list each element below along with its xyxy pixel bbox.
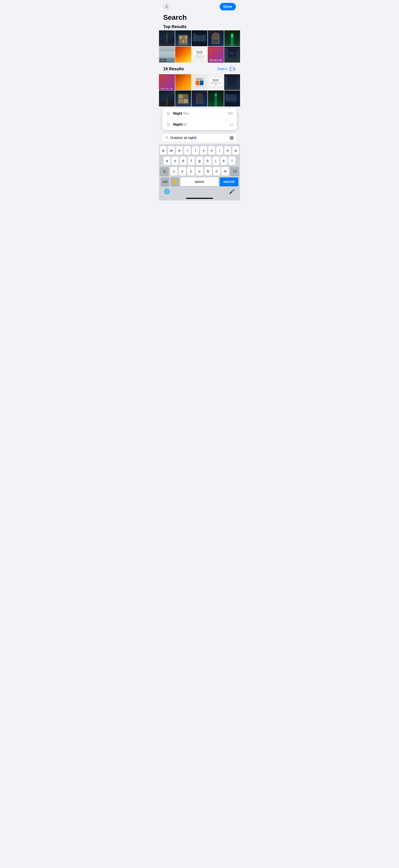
back-button[interactable] [163, 3, 170, 10]
result-photo-1[interactable]: Call Play Set [159, 74, 175, 90]
chevron-left-icon [165, 5, 168, 8]
key-emoji[interactable]: 🙂 [171, 177, 179, 186]
photo-cell-orange-landscape[interactable] [175, 46, 191, 62]
photo-cell-arch-window[interactable] [208, 30, 224, 46]
globe-icon[interactable]: 🌐 [164, 189, 170, 194]
photo-cell-aerial-night[interactable] [192, 30, 207, 46]
key-v[interactable]: v [196, 167, 203, 176]
key-space[interactable]: space [180, 177, 219, 186]
autocomplete-count-1: 10+ [228, 112, 233, 116]
svg-rect-7 [164, 172, 165, 173]
autocomplete-item-night-sky[interactable]: Night Sky 10+ [162, 108, 237, 119]
key-i[interactable]: i [216, 146, 223, 155]
key-q[interactable]: q [160, 146, 167, 155]
key-z[interactable]: z [170, 167, 177, 176]
key-r[interactable]: r [184, 146, 191, 155]
result-photo-early-access[interactable]: Early AccessRequested You will be notifi… [208, 74, 224, 90]
photo-cell-phone-screenshot[interactable]: Call Play Set 1 2 3 4 5 [208, 46, 224, 62]
key-p[interactable]: p [232, 146, 239, 155]
key-d[interactable]: d [180, 157, 187, 165]
autocomplete-dropdown: Night Sky 10+ Nightfall 1+ [162, 108, 237, 130]
search-field[interactable]: Outdoor at night ✕ [162, 134, 237, 142]
result-photo-aerial2[interactable] [224, 90, 240, 106]
autocomplete-text-1: Night Sky [173, 112, 228, 116]
result-photo-city2[interactable] [224, 74, 240, 90]
key-k[interactable]: k [221, 157, 227, 165]
search-suggestion-icon-1 [166, 111, 171, 116]
photo-cell-night-road[interactable] [159, 30, 175, 46]
sort-icon [229, 67, 233, 71]
key-search[interactable]: search [220, 177, 238, 186]
result-photo-2[interactable] [175, 74, 191, 90]
sort-button[interactable] [229, 65, 236, 72]
search-field-container: Outdoor at night ✕ [159, 132, 240, 144]
keyboard-row-2: a s d f g h j k l [160, 157, 239, 165]
search-title-section: Search [159, 12, 240, 22]
page-title: Search [163, 13, 236, 22]
autocomplete-count-2: 1+ [230, 123, 233, 126]
svg-line-2 [169, 114, 170, 115]
header: Done [159, 0, 240, 12]
key-numbers[interactable]: 123 [161, 177, 169, 186]
keyboard-row-3: z x c v b n m [160, 167, 239, 176]
home-bar [186, 198, 213, 199]
results-count: 19 Results [163, 66, 184, 71]
key-g[interactable]: g [196, 157, 203, 165]
key-shift[interactable] [160, 167, 169, 176]
key-x[interactable]: x [179, 167, 186, 176]
photo-cell-building-night[interactable] [175, 30, 191, 46]
key-j[interactable]: j [212, 157, 219, 165]
keyboard-row-1: q w e r t y u i o p [160, 146, 239, 155]
select-button[interactable]: Select [218, 67, 227, 71]
key-n[interactable]: n [213, 167, 220, 176]
done-button[interactable]: Done [220, 3, 236, 10]
timer-badge: 58:52 [160, 59, 166, 62]
photo-cell-misty-mountain[interactable]: 58:52 [159, 46, 175, 62]
search-suggestion-icon-2 [166, 122, 171, 127]
keyboard-icons-row: 🌐 🎤 [160, 187, 239, 197]
key-o[interactable]: o [224, 146, 231, 155]
delete-icon [233, 170, 237, 173]
autocomplete-text-2: Nightfall [173, 123, 230, 127]
results-photo-grid: Call Play Set amazon.de Art-design Desig… [159, 74, 240, 106]
top-photo-grid-row1 [159, 30, 240, 46]
svg-line-6 [167, 138, 168, 139]
top-results-label: Top Results [159, 22, 240, 30]
result-photo-arch2[interactable] [192, 90, 207, 106]
key-c[interactable]: c [187, 167, 195, 176]
result-photo-building2[interactable] [175, 90, 191, 106]
key-delete[interactable] [230, 167, 239, 176]
key-s[interactable]: s [172, 157, 178, 165]
microphone-icon[interactable]: 🎤 [229, 189, 235, 194]
search-input[interactable]: Outdoor at night [170, 136, 228, 140]
key-h[interactable]: h [204, 157, 211, 165]
sort-arrows-icon [233, 67, 236, 71]
result-photo-road2[interactable] [159, 90, 175, 106]
photo-cell-early-access[interactable]: Early AccessRequested You will be notifi… [192, 46, 207, 62]
keyboard: q w e r t y u i o p a s d f g h j k l z … [159, 144, 240, 198]
autocomplete-item-nightfall[interactable]: Nightfall 1+ [162, 119, 237, 130]
key-f[interactable]: f [188, 157, 195, 165]
result-photo-tower2[interactable] [208, 90, 224, 106]
key-t[interactable]: t [192, 146, 199, 155]
key-b[interactable]: b [204, 167, 212, 176]
keyboard-bottom-row: 123 🙂 space search [160, 177, 239, 186]
result-photo-storefront[interactable]: amazon.de Art-design Designmat 32x 60 x … [192, 74, 207, 90]
key-l[interactable]: l [229, 157, 235, 165]
svg-line-4 [169, 125, 170, 126]
key-e[interactable]: e [176, 146, 183, 155]
photo-cell-tower-green[interactable] [224, 30, 240, 46]
key-m[interactable]: m [222, 167, 229, 176]
key-a[interactable]: a [164, 157, 170, 165]
key-w[interactable]: w [168, 146, 175, 155]
photo-cell-city-night[interactable] [224, 46, 240, 62]
clear-search-button[interactable]: ✕ [230, 136, 234, 140]
key-y[interactable]: y [200, 146, 207, 155]
shift-icon [163, 169, 166, 173]
home-indicator [159, 198, 240, 200]
search-field-icon [165, 136, 169, 140]
key-u[interactable]: u [208, 146, 215, 155]
results-bar: 19 Results Select [159, 63, 240, 74]
results-actions: Select [218, 65, 236, 72]
top-photo-grid-row2: 58:52 Early AccessRequested You will be … [159, 46, 240, 63]
